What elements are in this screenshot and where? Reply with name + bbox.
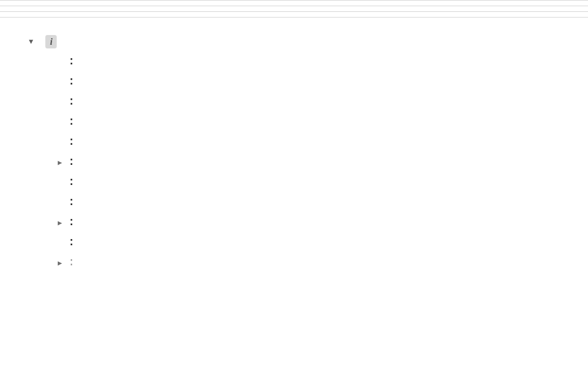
disclosure-triangle-icon[interactable]: ▶ — [58, 258, 65, 269]
property-row[interactable]: ▶ : — [58, 212, 580, 232]
property-row: : — [58, 192, 580, 212]
disclosure-triangle-icon[interactable]: ▼ — [29, 37, 33, 47]
console-prompt[interactable] — [0, 283, 588, 293]
property-row: : — [58, 72, 580, 92]
property-row[interactable]: ▶ : — [58, 252, 580, 273]
property-row: : — [58, 232, 580, 252]
console-log-row — [0, 12, 588, 18]
object-header[interactable]: ▼ i — [29, 35, 580, 48]
property-row[interactable]: ▶ : — [58, 152, 580, 172]
console-log-row — [0, 0, 588, 6]
info-icon[interactable]: i — [45, 35, 57, 48]
property-row: : — [58, 92, 580, 112]
console-log-row — [0, 6, 588, 12]
disclosure-triangle-icon[interactable]: ▶ — [58, 218, 65, 229]
property-row: : — [58, 52, 580, 72]
console-object-row: ▼ i : : : : — [0, 18, 588, 283]
property-row: : — [58, 172, 580, 192]
object-properties: : : : : : — [58, 52, 580, 273]
disclosure-triangle-icon[interactable]: ▶ — [58, 158, 65, 168]
property-row: : — [58, 112, 580, 132]
devtools-console: ▼ i : : : : — [0, 0, 588, 389]
property-row: : — [58, 132, 580, 152]
